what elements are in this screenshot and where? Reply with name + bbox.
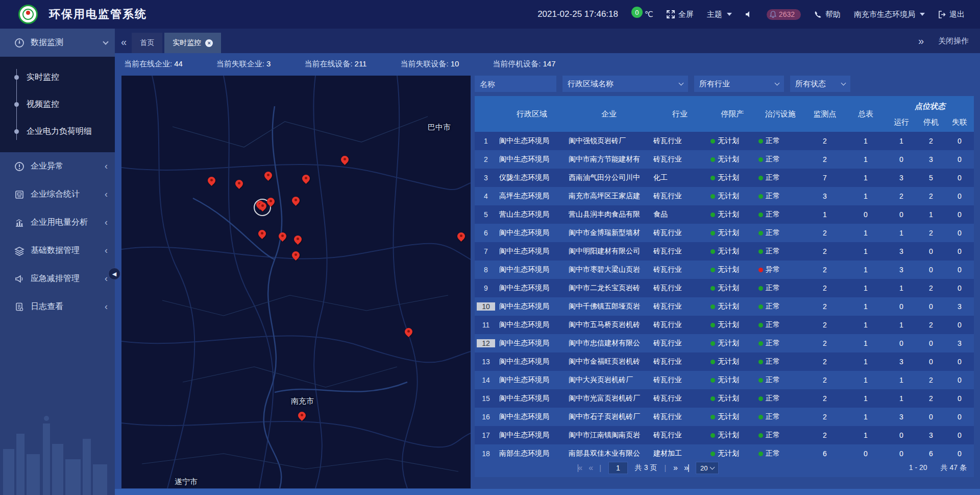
table-row[interactable]: 12 阆中生态环境局 阆中市忠信建材有限公 砖瓦行业 无计划 正常 2 1 0 … bbox=[475, 334, 974, 352]
close-operations-button[interactable]: 关闭操作 bbox=[938, 36, 969, 46]
map-pin[interactable] bbox=[456, 232, 467, 242]
table-row[interactable]: 11 阆中生态环境局 阆中市五马桥页岩机砖 砖瓦行业 无计划 正常 2 1 1 … bbox=[475, 316, 974, 334]
sidebar-subitem[interactable]: 视频监控 bbox=[0, 91, 115, 118]
map-pin[interactable] bbox=[263, 171, 274, 181]
sidebar-subitem[interactable]: 实时监控 bbox=[0, 64, 115, 91]
table-row[interactable]: 14 阆中生态环境局 阆中大兴页岩机砖厂 砖瓦行业 无计划 正常 2 1 1 2… bbox=[475, 371, 974, 389]
tabs-scroll-right-icon[interactable]: » bbox=[918, 35, 924, 47]
cell-monitor-points: 2 bbox=[804, 376, 845, 384]
help-button[interactable]: 帮助 bbox=[814, 10, 841, 19]
cell-lost: 3 bbox=[945, 339, 974, 347]
cell-monitor-points: 2 bbox=[804, 229, 845, 237]
status-dot-green bbox=[710, 249, 715, 254]
prev-page-icon[interactable]: « bbox=[589, 463, 592, 473]
table-row[interactable]: 6 阆中生态环境局 阆中市金博瑞新型墙材 砖瓦行业 无计划 正常 2 1 1 2… bbox=[475, 224, 974, 242]
table-row[interactable]: 13 阆中生态环境局 阆中市金福旺页岩机砖 砖瓦行业 无计划 正常 2 1 3 … bbox=[475, 352, 974, 371]
map-pin[interactable] bbox=[266, 197, 276, 207]
mute-button[interactable] bbox=[745, 11, 753, 18]
last-page-icon[interactable]: »| bbox=[684, 463, 689, 473]
map-pin[interactable] bbox=[207, 176, 217, 186]
cell-lost: 0 bbox=[945, 247, 974, 255]
status-dot-green bbox=[758, 304, 763, 309]
tab-realtime-monitor[interactable]: 实时监控 × bbox=[164, 33, 221, 53]
sidebar-item-4[interactable]: 企业用电量分析‹ bbox=[0, 208, 115, 237]
cell-lost: 0 bbox=[945, 174, 974, 182]
sidebar-item-6[interactable]: 应急减排管理‹ bbox=[0, 265, 115, 293]
table-row[interactable]: 17 阆中生态环境局 阆中市江南镇阆南页岩 砖瓦行业 无计划 正常 2 1 0 … bbox=[475, 426, 974, 444]
tab-home[interactable]: 首页 bbox=[132, 33, 162, 53]
notification-badge[interactable]: 2632 bbox=[767, 9, 801, 20]
table-row[interactable]: 10 阆中生态环境局 阆中千佛镇五郎垭页岩 砖瓦行业 无计划 正常 2 1 0 … bbox=[475, 297, 974, 316]
org-dropdown[interactable]: 南充市生态环境局 bbox=[854, 10, 925, 19]
status-dot-green bbox=[710, 157, 715, 162]
table-row[interactable]: 7 阆中生态环境局 阆中明阳建材有限公司 砖瓦行业 无计划 正常 2 1 3 0… bbox=[475, 242, 974, 261]
table-row[interactable]: 3 仪陇生态环境局 西南油气田分公司川中 化工 无计划 正常 7 1 3 5 0 bbox=[475, 169, 974, 187]
app-logo bbox=[18, 5, 38, 24]
cell-lost: 0 bbox=[945, 413, 974, 421]
map-pin[interactable] bbox=[234, 179, 244, 190]
name-search-field[interactable] bbox=[475, 76, 556, 92]
cell-stopped: 2 bbox=[917, 394, 945, 403]
map-pin[interactable] bbox=[301, 174, 311, 184]
map-pin[interactable] bbox=[257, 229, 267, 240]
map-pin[interactable] bbox=[291, 251, 301, 261]
sidebar-subitem[interactable]: 企业电力负荷明细 bbox=[0, 118, 115, 145]
name-search-input[interactable] bbox=[480, 80, 551, 88]
sidebar-item-2[interactable]: 企业异常‹ bbox=[0, 152, 115, 180]
status-dot-green bbox=[758, 286, 763, 291]
cell-lost: 0 bbox=[945, 321, 974, 329]
table-row[interactable]: 1 阆中生态环境局 阆中强锐页岩砖厂 砖瓦行业 无计划 正常 2 1 1 2 0 bbox=[475, 132, 974, 150]
cell-total-meter: 1 bbox=[845, 321, 886, 329]
map-pin[interactable] bbox=[404, 327, 414, 338]
cell-region: 阆中生态环境局 bbox=[497, 357, 567, 366]
page-number-input[interactable] bbox=[608, 462, 628, 474]
cell-company: 西南油气田分公司川中 bbox=[567, 173, 651, 182]
theme-dropdown[interactable]: 主题 bbox=[707, 10, 732, 19]
table-row[interactable]: 18 南部生态环境局 南部县双佳木业有限公 建材加工 无计划 正常 6 0 0 … bbox=[475, 444, 974, 459]
logout-button[interactable]: 退出 bbox=[938, 10, 965, 19]
map-pin[interactable] bbox=[291, 196, 301, 206]
status-select[interactable]: 所有状态 bbox=[790, 76, 850, 92]
map-collapse-button[interactable]: ◀ bbox=[108, 268, 120, 280]
page-size-select[interactable]: 20 bbox=[696, 462, 719, 474]
table-row[interactable]: 9 阆中生态环境局 阆中市二龙长宝页岩砖 砖瓦行业 无计划 正常 2 1 1 2… bbox=[475, 279, 974, 297]
cell-stop-limit: 无计划 bbox=[708, 394, 756, 403]
sidebar-item-1[interactable]: 数据监测 bbox=[0, 29, 115, 57]
map-pin[interactable] bbox=[340, 155, 350, 166]
cell-region: 阆中生态环境局 bbox=[497, 320, 567, 329]
status-dot-green bbox=[710, 304, 715, 309]
map-pin[interactable] bbox=[297, 411, 307, 421]
stat-value: 44 bbox=[174, 59, 183, 68]
status-dot-green bbox=[710, 341, 715, 346]
cell-lost: 0 bbox=[945, 229, 974, 237]
cell-industry: 砖瓦行业 bbox=[651, 302, 708, 311]
cell-industry: 砖瓦行业 bbox=[651, 320, 708, 329]
table-row[interactable]: 15 阆中生态环境局 阆中市光富页岩机砖厂 砖瓦行业 无计划 正常 2 1 1 … bbox=[475, 389, 974, 408]
table-row[interactable]: 4 高坪生态环境局 南充市高坪区王家店建 砖瓦行业 无计划 正常 3 1 2 2… bbox=[475, 187, 974, 205]
table-row[interactable]: 2 阆中生态环境局 阆中市南方节能建材有 砖瓦行业 无计划 正常 2 1 0 3… bbox=[475, 150, 974, 169]
cell-index: 10 bbox=[475, 302, 497, 311]
table-row[interactable]: 5 营山生态环境局 营山县润丰肉食品有限 食品 无计划 正常 1 0 0 1 0 bbox=[475, 205, 974, 224]
sidebar-item-3[interactable]: 企业综合统计‹ bbox=[0, 180, 115, 208]
fullscreen-button[interactable]: 全屏 bbox=[667, 10, 694, 19]
cell-stop-limit: 无计划 bbox=[708, 210, 756, 219]
table-row[interactable]: 16 阆中生态环境局 阆中市石子页岩机砖厂 砖瓦行业 无计划 正常 2 1 3 … bbox=[475, 408, 974, 426]
map-pin[interactable] bbox=[278, 232, 288, 242]
map-panel[interactable]: 巴中市南充市遂宁市 bbox=[121, 76, 471, 488]
region-select[interactable]: 行政区域名称 bbox=[562, 76, 688, 92]
table-row[interactable]: 8 阆中生态环境局 阆中市枣碧大梁山页岩 砖瓦行业 无计划 异常 2 1 3 0… bbox=[475, 261, 974, 279]
map-pin[interactable] bbox=[293, 235, 303, 245]
sidebar-item-5[interactable]: 基础数据管理‹ bbox=[0, 237, 115, 265]
first-page-icon[interactable]: |« bbox=[577, 463, 581, 473]
sidebar-item-7[interactable]: 日志查看‹ bbox=[0, 293, 115, 321]
tabs-scroll-left-icon[interactable]: « bbox=[115, 36, 132, 53]
tab-close-icon[interactable]: × bbox=[205, 39, 213, 47]
next-page-icon[interactable]: » bbox=[673, 463, 677, 473]
chevron-down-icon bbox=[679, 81, 684, 86]
industry-select[interactable]: 所有行业 bbox=[694, 76, 784, 92]
cell-facility: 正常 bbox=[756, 302, 804, 311]
cell-stop-limit: 无计划 bbox=[708, 357, 756, 366]
cell-region: 阆中生态环境局 bbox=[497, 431, 567, 440]
cell-facility: 正常 bbox=[756, 247, 804, 256]
cell-stop-limit: 无计划 bbox=[708, 412, 756, 421]
